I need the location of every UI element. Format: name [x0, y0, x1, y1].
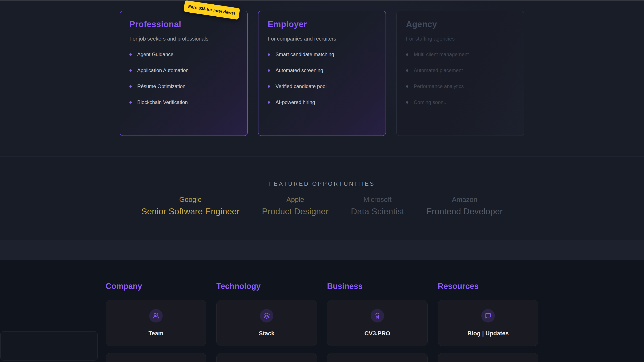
footer-header-resources: Resources — [438, 282, 538, 291]
feature-text: Automated screening — [276, 67, 323, 73]
company-name: Amazon — [426, 195, 502, 203]
bullet-dot — [130, 101, 132, 104]
footer-card-partial[interactable] — [438, 353, 538, 362]
earn-badge: Earn $$$ for Interviews! — [183, 0, 240, 20]
plans-section: Earn $$$ for Interviews! Professional Fo… — [0, 1, 644, 157]
footer-section: Company Team Technology Stack — [0, 260, 644, 362]
feature-text: Blockchain Verification — [137, 99, 188, 105]
footer-header-company: Company — [106, 282, 206, 291]
footer-column-resources: Resources Blog | Updates — [438, 282, 538, 362]
plan-feature: Verified candidate pool — [268, 83, 376, 89]
featured-item-microsoft[interactable]: Microsoft Data Scientist — [351, 195, 404, 216]
plan-feature-list: Smart candidate matching Automated scree… — [268, 51, 376, 105]
footer-card-label: Blog | Updates — [468, 330, 509, 337]
plan-feature-list: Multi-client management Automated placem… — [406, 51, 514, 105]
bullet-dot — [268, 53, 270, 56]
featured-item-google[interactable]: Google Senior Software Engineer — [141, 195, 240, 216]
plan-card-agency: Agency For staffing agencies Multi-clien… — [396, 11, 524, 136]
featured-item-apple[interactable]: Apple Product Designer — [262, 195, 329, 216]
feature-text: Agent Guidance — [137, 51, 174, 57]
layers-icon — [260, 309, 274, 323]
bullet-dot — [130, 69, 132, 72]
feature-text: Coming soon... — [414, 99, 448, 105]
featured-item-amazon[interactable]: Amazon Frontend Developer — [426, 195, 502, 216]
plan-card-employer[interactable]: Employer For companies and recruiters Sm… — [258, 11, 386, 136]
plans-row: Earn $$$ for Interviews! Professional Fo… — [0, 1, 644, 136]
plan-feature: Performance analytics — [406, 83, 514, 89]
company-name: Apple — [262, 195, 329, 203]
message-icon — [481, 309, 495, 323]
bullet-dot — [268, 101, 270, 104]
plan-title-employer: Employer — [268, 19, 376, 29]
feature-text: Verified candidate pool — [276, 83, 327, 89]
plan-title-agency: Agency — [406, 19, 514, 29]
plan-feature-list: Agent Guidance Application Automation Ré… — [130, 51, 238, 105]
feature-text: Résumé Optimization — [137, 83, 186, 89]
feature-text: Smart candidate matching — [276, 51, 334, 57]
feature-text: Performance analytics — [414, 83, 464, 89]
plan-subtitle-employer: For companies and recruiters — [268, 36, 376, 42]
featured-row: Google Senior Software Engineer Apple Pr… — [0, 195, 644, 216]
bullet-dot — [268, 85, 270, 88]
feature-text: AI-powered hiring — [276, 99, 315, 105]
footer-card-partial[interactable] — [216, 353, 317, 362]
role-name: Product Designer — [262, 206, 329, 216]
bullet-dot — [406, 101, 408, 104]
company-name: Google — [141, 195, 240, 203]
bullet-dot — [268, 69, 270, 72]
faint-panel — [0, 331, 98, 361]
company-name: Microsoft — [351, 195, 404, 203]
plan-subtitle-agency: For staffing agencies — [406, 36, 514, 42]
footer-header-business: Business — [327, 282, 428, 291]
plan-feature: AI-powered hiring — [268, 99, 376, 105]
footer-column-business: Business CV3.PRO — [327, 282, 428, 362]
bullet-dot — [406, 85, 408, 88]
footer-grid: Company Team Technology Stack — [106, 260, 538, 362]
plan-feature: Coming soon... — [406, 99, 514, 105]
footer-header-technology: Technology — [216, 282, 317, 291]
footer-card-label: CV3.PRO — [364, 330, 390, 337]
bullet-dot — [130, 85, 132, 88]
plan-feature: Smart candidate matching — [268, 51, 376, 57]
feature-text: Multi-client management — [414, 51, 469, 57]
plan-feature: Agent Guidance — [130, 51, 238, 57]
bullet-dot — [406, 69, 408, 72]
role-name: Frontend Developer — [426, 206, 502, 216]
footer-card-blog[interactable]: Blog | Updates — [438, 300, 538, 346]
plan-card-professional[interactable]: Earn $$$ for Interviews! Professional Fo… — [120, 11, 248, 136]
plan-feature: Automated screening — [268, 67, 376, 73]
featured-opportunities-section: FEATURED OPPORTUNITIES Google Senior Sof… — [0, 157, 644, 240]
plan-feature: Multi-client management — [406, 51, 514, 57]
footer-card-stack[interactable]: Stack — [216, 300, 317, 346]
plan-title-professional: Professional — [130, 19, 238, 29]
plan-subtitle-professional: For job seekers and professionals — [130, 36, 238, 42]
footer-card-label: Stack — [259, 330, 275, 337]
award-icon — [370, 309, 384, 323]
footer-column-technology: Technology Stack — [216, 282, 317, 362]
bullet-dot — [130, 53, 132, 56]
feature-text: Automated placement — [414, 67, 463, 73]
cta-strip — [0, 240, 644, 260]
role-name: Data Scientist — [351, 206, 404, 216]
footer-column-company: Company Team — [106, 282, 206, 362]
users-icon — [149, 309, 163, 323]
plan-feature: Blockchain Verification — [130, 99, 238, 105]
role-name: Senior Software Engineer — [141, 206, 240, 216]
plan-feature: Application Automation — [130, 67, 238, 73]
footer-card-cv3pro[interactable]: CV3.PRO — [327, 300, 428, 346]
footer-card-label: Team — [148, 330, 163, 337]
bullet-dot — [406, 53, 408, 56]
footer-card-partial[interactable] — [327, 353, 428, 362]
footer-card-team[interactable]: Team — [106, 300, 206, 346]
featured-heading: FEATURED OPPORTUNITIES — [0, 157, 644, 187]
plan-feature: Résumé Optimization — [130, 83, 238, 89]
feature-text: Application Automation — [137, 67, 188, 73]
footer-card-partial[interactable] — [106, 353, 206, 362]
plan-feature: Automated placement — [406, 67, 514, 73]
